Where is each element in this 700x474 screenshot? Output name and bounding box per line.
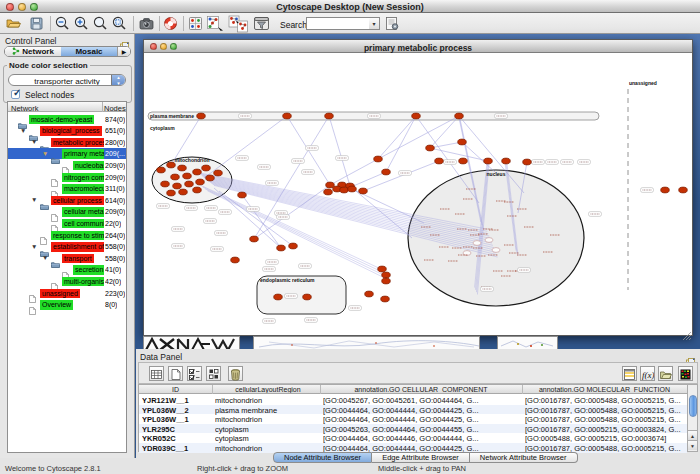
- nucleus-node[interactable]: [473, 241, 481, 246]
- open-folder-icon[interactable]: [5, 15, 22, 32]
- tab-mosaic[interactable]: Mosaic: [61, 47, 117, 56]
- network-node[interactable]: [340, 187, 349, 193]
- filter-window-icon[interactable]: [253, 15, 270, 32]
- network-node[interactable]: [283, 113, 292, 119]
- table-row[interactable]: YJR121W__1mitochondrion[GO:0045267, GO:0…: [139, 395, 687, 405]
- network-node[interactable]: [455, 113, 464, 119]
- attribute-batch-icon[interactable]: [206, 366, 221, 381]
- search-config-icon[interactable]: [384, 15, 401, 32]
- expand-triangle-icon[interactable]: ▼: [20, 127, 26, 134]
- tree-row[interactable]: ▼metabolic process280(0): [8, 136, 126, 148]
- network-node[interactable]: [348, 186, 357, 192]
- column-divider[interactable]: [102, 102, 103, 112]
- tree-row-label[interactable]: response to stimul: [51, 231, 104, 241]
- tree-row[interactable]: ▼primary metabolic209(...: [8, 148, 126, 160]
- tree-row-label[interactable]: Overview: [40, 300, 73, 310]
- tree-row-label[interactable]: primary metabolic: [62, 149, 104, 159]
- nucleus-node[interactable]: [492, 248, 500, 253]
- create-view-icon[interactable]: [187, 15, 204, 32]
- select-nodes-checkbox[interactable]: ✓: [11, 90, 20, 99]
- new-attribute-icon[interactable]: [168, 366, 183, 381]
- search-input[interactable]: [306, 17, 370, 30]
- network-node[interactable]: [157, 167, 166, 173]
- network-node[interactable]: [167, 162, 176, 168]
- network-node[interactable]: [325, 113, 334, 119]
- network-node[interactable]: [365, 291, 374, 297]
- cell-id[interactable]: YDR039C__1: [142, 444, 210, 453]
- expand-triangle-icon[interactable]: ▼: [42, 254, 48, 261]
- network-node[interactable]: [178, 165, 187, 171]
- import-file-icon[interactable]: [658, 366, 673, 381]
- table-column-header[interactable]: annotation.GO CELLULAR_COMPONENT: [322, 386, 520, 393]
- tree-row[interactable]: Overview8(0): [8, 299, 126, 311]
- tab-overflow-arrow-icon[interactable]: ▶: [117, 47, 130, 56]
- network-node[interactable]: [523, 159, 532, 165]
- nucleus-node[interactable]: [463, 251, 471, 256]
- table-row[interactable]: YPL036W__1mitochondrion[GO:0044464, GO:0…: [139, 414, 687, 424]
- zoom-out-icon[interactable]: [54, 15, 71, 32]
- network-node[interactable]: [202, 165, 211, 171]
- table-row[interactable]: YLR295Ccytoplasm[GO:0045263, GO:0044464,…: [139, 424, 687, 434]
- column-divider[interactable]: [522, 385, 523, 394]
- column-divider[interactable]: [212, 385, 213, 394]
- zoom-in-icon[interactable]: [73, 15, 90, 32]
- network-node[interactable]: [382, 272, 391, 278]
- network-canvas[interactable]: plasma membranecytoplasmmitochondrionnuc…: [144, 53, 692, 335]
- network-node[interactable]: [193, 169, 202, 175]
- expand-triangle-icon[interactable]: ▼: [31, 243, 37, 250]
- tree-row[interactable]: cell communicati22(0): [8, 217, 126, 229]
- network-node[interactable]: [359, 188, 368, 194]
- tree-row-label[interactable]: unassigned: [40, 289, 80, 299]
- network-node[interactable]: [250, 236, 259, 242]
- scrollbar-thumb[interactable]: [689, 395, 697, 417]
- tree-row[interactable]: cellular metabol209(0): [8, 206, 126, 218]
- tab-network[interactable]: Network: [5, 47, 61, 56]
- tree-row-label[interactable]: cell communicati: [62, 219, 104, 229]
- nucleus-node[interactable]: [485, 238, 493, 243]
- network-node[interactable]: [382, 278, 391, 284]
- network-node[interactable]: [197, 113, 206, 119]
- expand-triangle-icon[interactable]: ▼: [42, 150, 48, 157]
- tab-edge-attribute-browser[interactable]: Edge Attribute Browser: [372, 452, 470, 463]
- network-node[interactable]: [214, 170, 223, 176]
- destroy-network-icon[interactable]: [228, 15, 245, 32]
- table-column-header[interactable]: ID: [141, 386, 210, 393]
- expand-triangle-icon[interactable]: ▼: [31, 196, 37, 203]
- tree-row-label[interactable]: cellular process: [51, 196, 104, 206]
- network-node[interactable]: [193, 187, 202, 193]
- tree-row-label[interactable]: macromolecule: [62, 184, 104, 194]
- tab-node-attribute-browser[interactable]: Node Attribute Browser: [273, 452, 372, 463]
- tree-row-label[interactable]: cellular metabol: [62, 207, 104, 217]
- column-divider[interactable]: [320, 385, 321, 394]
- zoom-fit-icon[interactable]: [92, 15, 109, 32]
- network-node[interactable]: [206, 175, 215, 181]
- network-node[interactable]: [171, 174, 180, 180]
- table-scrollbar[interactable]: ▲ ▼: [687, 385, 697, 451]
- network-node[interactable]: [179, 189, 188, 195]
- tree-col-nodes[interactable]: Nodes: [104, 104, 126, 113]
- background-window[interactable]: [253, 336, 480, 350]
- background-window[interactable]: [143, 336, 240, 350]
- tree-row[interactable]: ▼establishment of lo558(0): [8, 241, 126, 253]
- network-node[interactable]: [274, 294, 283, 300]
- network-node[interactable]: [231, 257, 240, 263]
- tree-row-label[interactable]: secretion: [73, 265, 104, 275]
- tree-row-label[interactable]: nitrogen compou: [62, 173, 104, 183]
- network-node[interactable]: [459, 158, 468, 164]
- tree-col-network[interactable]: Network: [11, 104, 39, 113]
- tree-row[interactable]: mosaic-demo-yeast874(0): [8, 113, 126, 125]
- network-node[interactable]: [324, 189, 333, 195]
- network-node[interactable]: [374, 156, 383, 162]
- network-node[interactable]: [502, 158, 511, 164]
- tree-row-label[interactable]: nucleobase-cont: [73, 161, 104, 171]
- zoom-selected-icon[interactable]: [111, 15, 128, 32]
- scroll-up-icon[interactable]: ▲: [688, 430, 697, 440]
- tree-row[interactable]: nucleobase-cont209(0): [8, 159, 126, 171]
- network-node[interactable]: [378, 266, 387, 272]
- tree-row[interactable]: response to stimul264(0): [8, 229, 126, 241]
- tree-row[interactable]: ▼biological_process651(0): [8, 125, 126, 137]
- network-node[interactable]: [484, 158, 493, 164]
- table-row[interactable]: YKR052Ccytoplasm[GO:0044464, GO:0044446,…: [139, 433, 687, 443]
- float-panel-icon[interactable]: [686, 352, 695, 360]
- network-node[interactable]: [303, 294, 312, 300]
